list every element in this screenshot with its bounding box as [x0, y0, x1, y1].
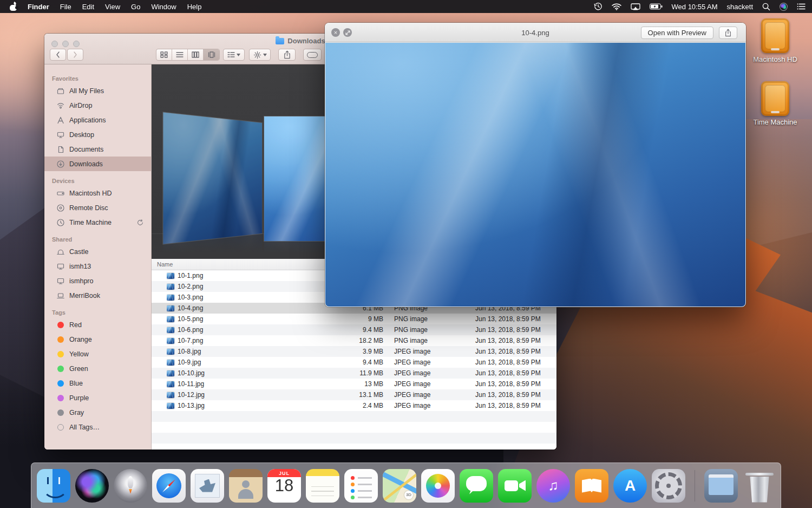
coverflow-item-side[interactable] — [163, 112, 262, 244]
file-date-cell: Jun 13, 2018, 8:59 PM — [475, 359, 556, 366]
tag-dot-icon — [57, 366, 64, 372]
table-row[interactable]: 10-8.jpg 3.9 MB JPEG image Jun 13, 2018,… — [152, 346, 556, 357]
action-gear-button[interactable] — [249, 49, 271, 61]
sidebar-item-ismhpro[interactable]: ismhpro — [44, 273, 151, 288]
dock-mail-icon[interactable] — [191, 469, 224, 503]
table-row[interactable]: 10-10.jpg 11.9 MB JPEG image Jun 13, 201… — [152, 368, 556, 379]
siri-menu-icon[interactable] — [780, 3, 788, 11]
tag-label: Purple — [69, 394, 89, 402]
file-date-cell: Jun 13, 2018, 8:59 PM — [475, 402, 556, 409]
dock-itunes-icon[interactable]: ♫ — [536, 469, 570, 503]
dock-messages-icon[interactable] — [460, 469, 493, 503]
sidebar-tag-green[interactable]: Green — [44, 361, 151, 376]
open-with-preview-button[interactable]: Open with Preview — [641, 27, 713, 39]
dock-finder-icon[interactable] — [37, 469, 70, 503]
dock-facetime-icon[interactable] — [498, 469, 532, 503]
dock-photos-icon[interactable] — [421, 469, 455, 503]
folder-proxy-icon[interactable] — [276, 38, 284, 44]
menu-file[interactable]: File — [60, 3, 71, 11]
file-size-cell: 9 MB — [340, 315, 383, 323]
dock-launchpad-icon[interactable] — [114, 469, 147, 503]
icon-view-button[interactable] — [156, 49, 172, 60]
dock-safari-icon[interactable] — [152, 469, 186, 503]
sidebar-item-label: All My Files — [69, 87, 104, 95]
table-row-empty — [152, 422, 556, 433]
sidebar-item-remote-disc[interactable]: Remote Disc — [44, 200, 151, 215]
dock-contacts-icon[interactable] — [229, 469, 263, 503]
sidebar-item-documents[interactable]: Documents — [44, 142, 151, 157]
dock-siri-icon[interactable] — [75, 469, 109, 503]
tag-dot-icon — [57, 409, 64, 416]
dock-system-preferences-icon[interactable] — [652, 469, 685, 503]
sidebar-tag-orange[interactable]: Orange — [44, 332, 151, 347]
table-row[interactable]: 10-5.png 9 MB PNG image Jun 13, 2018, 8:… — [152, 314, 556, 324]
edit-tags-button[interactable] — [303, 49, 322, 61]
quicklook-titlebar[interactable]: 10-4.png × Open with Preview — [325, 23, 746, 42]
sidebar-item-macintosh-hd[interactable]: Macintosh HD — [44, 186, 151, 200]
time-machine-menu-icon[interactable] — [594, 2, 603, 11]
dock-trash-icon[interactable] — [743, 469, 776, 503]
sidebar-item-time-machine[interactable]: Time Machine — [44, 215, 151, 230]
dock-minimized-window-icon[interactable] — [704, 469, 738, 503]
column-view-button[interactable] — [188, 49, 204, 60]
table-row-empty — [152, 411, 556, 422]
coverflow-view-button[interactable] — [204, 49, 219, 60]
sidebar-item-ismh13[interactable]: ismh13 — [44, 259, 151, 273]
sidebar-item-castle[interactable]: Castle — [44, 244, 151, 259]
desktop-icon-label: Macintosh HD — [743, 55, 808, 63]
sidebar-tag-purple[interactable]: Purple — [44, 390, 151, 405]
sidebar-item-airdrop[interactable]: AirDrop — [44, 98, 151, 113]
sidebar-item-merribook[interactable]: MerriBook — [44, 288, 151, 303]
sidebar-tag-red[interactable]: Red — [44, 317, 151, 332]
desktop-icon-time-machine[interactable]: Time Machine — [743, 81, 808, 126]
sync-refresh-icon[interactable] — [136, 218, 145, 227]
back-button[interactable] — [50, 49, 66, 61]
table-row[interactable]: 10-12.jpg 13.1 MB JPEG image Jun 13, 201… — [152, 389, 556, 400]
sidebar-tag-yellow[interactable]: Yellow — [44, 347, 151, 361]
table-row[interactable]: 10-6.png 9.4 MB PNG image Jun 13, 2018, … — [152, 324, 556, 335]
apple-menu[interactable] — [10, 2, 17, 11]
dock-reminders-icon[interactable] — [344, 469, 378, 503]
dock-app-store-icon[interactable]: A — [613, 469, 647, 503]
menu-edit[interactable]: Edit — [82, 3, 94, 11]
menu-help[interactable]: Help — [187, 3, 202, 11]
sidebar-tag-gray[interactable]: Gray — [44, 405, 151, 420]
list-view-button[interactable] — [172, 49, 188, 60]
menu-go[interactable]: Go — [131, 3, 140, 11]
share-button[interactable] — [278, 49, 296, 61]
menu-view[interactable]: View — [105, 3, 120, 11]
arrange-button[interactable] — [223, 49, 245, 61]
table-row[interactable]: 10-9.jpg 9.4 MB JPEG image Jun 13, 2018,… — [152, 357, 556, 368]
file-name-cell: 10-13.jpg — [167, 402, 329, 409]
quicklook-share-button[interactable] — [719, 27, 737, 39]
dock-ibooks-icon[interactable] — [575, 469, 608, 503]
sidebar-item-all-my-files[interactable]: All My Files — [44, 83, 151, 98]
menu-window[interactable]: Window — [151, 3, 176, 11]
sidebar-tag-all-tags[interactable]: All Tags… — [44, 420, 151, 434]
menu-app-name[interactable]: Finder — [28, 3, 49, 11]
file-name-cell: 10-7.png — [167, 337, 329, 344]
desktop: Macintosh HD Time Machine Finder File Ed… — [0, 0, 812, 508]
notification-center-icon[interactable] — [797, 3, 806, 10]
dock-notes-icon[interactable] — [306, 469, 339, 503]
airplay-display-icon[interactable] — [631, 3, 640, 10]
sidebar-tag-blue[interactable]: Blue — [44, 376, 151, 390]
menu-bar-clock[interactable]: Wed 10:55 AM — [672, 3, 718, 11]
dock-calendar-icon[interactable]: JUL 18 — [267, 469, 301, 503]
desktop-icon-macintosh-hd[interactable]: Macintosh HD — [743, 18, 808, 63]
file-size-cell: 13 MB — [340, 380, 383, 388]
table-row[interactable]: 10-13.jpg 2.4 MB JPEG image Jun 13, 2018… — [152, 400, 556, 411]
table-row[interactable]: 10-7.png 18.2 MB PNG image Jun 13, 2018,… — [152, 335, 556, 346]
quicklook-close-button[interactable]: × — [331, 28, 340, 37]
quicklook-fullscreen-button[interactable] — [343, 28, 352, 37]
sidebar-item-desktop[interactable]: Desktop — [44, 127, 151, 142]
battery-icon[interactable] — [650, 3, 663, 10]
menu-bar-username[interactable]: shackett — [727, 3, 753, 11]
spotlight-search-icon[interactable] — [762, 3, 770, 11]
wifi-icon[interactable] — [612, 3, 621, 10]
table-row[interactable]: 10-11.jpg 13 MB JPEG image Jun 13, 2018,… — [152, 379, 556, 389]
forward-button[interactable] — [67, 49, 83, 61]
dock-maps-icon[interactable]: 3D — [383, 469, 416, 503]
sidebar-item-applications[interactable]: Applications — [44, 113, 151, 127]
sidebar-item-downloads[interactable]: Downloads — [44, 157, 151, 171]
